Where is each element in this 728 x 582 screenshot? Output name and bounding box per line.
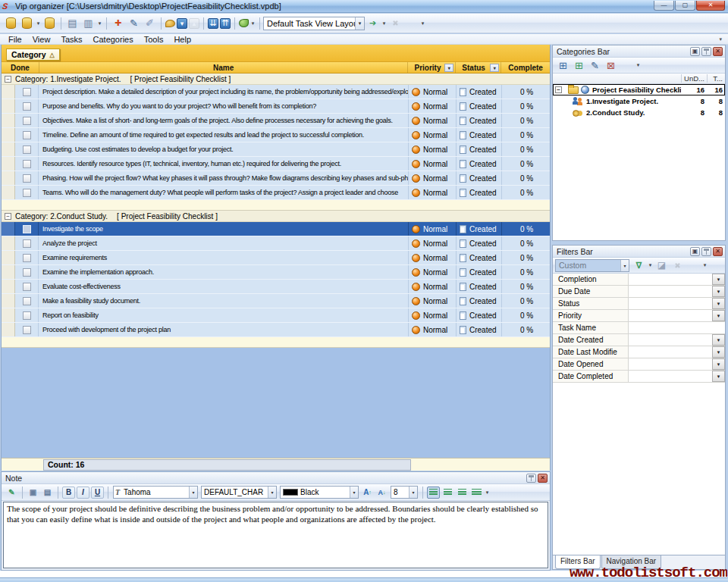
group-header[interactable]: Category: 2.Conduct Study.[ Project Feas…: [2, 211, 550, 222]
filter-field-dropdown-icon[interactable]: ▼: [712, 346, 725, 358]
priority-filter-dropdown-icon[interactable]: ▾: [444, 64, 453, 72]
filter-field-dropdown-icon[interactable]: ▼: [712, 334, 725, 346]
menu-item-categories[interactable]: Categories: [88, 35, 139, 44]
underline-button[interactable]: U: [91, 487, 104, 499]
clear-filter-icon[interactable]: [654, 258, 669, 272]
open-database-icon[interactable]: [20, 17, 34, 30]
column-header-done[interactable]: Done: [2, 62, 39, 73]
task-row[interactable]: Examine the implementation approach.Norm…: [2, 265, 550, 280]
filters-overflow-icon[interactable]: [686, 258, 701, 272]
expand-all-icon[interactable]: [208, 18, 218, 29]
filter-field-value[interactable]: [629, 346, 712, 358]
filter-field-dropdown-icon[interactable]: ▼: [712, 371, 725, 382]
task-checkbox[interactable]: [23, 326, 31, 334]
edit-category-icon[interactable]: [588, 58, 602, 72]
filter-field-dropdown-icon[interactable]: ▼: [712, 358, 725, 370]
task-row[interactable]: Examine requirementsNormalCreated0 %: [2, 251, 550, 265]
copy-note-icon[interactable]: ▣: [27, 487, 39, 499]
task-row[interactable]: Proceed with development of the project …: [2, 323, 550, 337]
filter-field-value[interactable]: [629, 298, 712, 309]
task-row[interactable]: Timeline. Define an amount of time requi…: [2, 128, 550, 142]
categories-overflow-icon[interactable]: [620, 58, 634, 72]
delete-task-icon[interactable]: [143, 17, 157, 30]
task-checkbox[interactable]: [23, 189, 31, 197]
edit-note-icon[interactable]: ✎: [5, 487, 18, 499]
task-row[interactable]: Evaluate cost-effectivenessNormalCreated…: [2, 280, 550, 294]
task-row[interactable]: Phasing. How will the project flow? What…: [2, 171, 550, 186]
maximize-button[interactable]: ▢: [675, 1, 695, 11]
toolbar-overflow-icon[interactable]: [404, 17, 419, 30]
align-right-icon[interactable]: [456, 487, 469, 499]
view-layout-dropdown-icon[interactable]: [249, 20, 256, 27]
task-checkbox[interactable]: [23, 117, 31, 125]
task-row[interactable]: Purpose and benefits. Why do you want to…: [2, 99, 550, 114]
filter-field-value[interactable]: [629, 286, 712, 297]
pin-panel-icon[interactable]: [526, 474, 536, 483]
font-size-combo[interactable]: 8 ▾: [391, 486, 418, 499]
filter-field-value[interactable]: [629, 310, 712, 321]
collapse-all-icon[interactable]: [220, 18, 231, 29]
char-style-combo[interactable]: DEFAULT_CHAR ▾: [201, 486, 277, 499]
task-checkbox[interactable]: [23, 283, 31, 291]
task-row[interactable]: Budgeting. Use cost estimates to develop…: [2, 142, 550, 157]
filter-field-value[interactable]: [629, 322, 725, 333]
close-panel-icon[interactable]: ✕: [538, 474, 548, 483]
task-row[interactable]: Project description. Make a detailed des…: [2, 85, 550, 99]
pin-panel-icon[interactable]: [701, 247, 711, 256]
status-filter-dropdown-icon[interactable]: ▾: [490, 64, 499, 72]
menu-overflow-icon[interactable]: ▾: [719, 36, 722, 42]
task-checkbox[interactable]: [23, 88, 31, 96]
remove-filter-icon[interactable]: [670, 258, 685, 272]
chevron-down-icon[interactable]: ▾: [189, 487, 197, 498]
task-checkbox[interactable]: [23, 160, 31, 168]
close-button[interactable]: ✕: [696, 1, 725, 11]
bullet-list-icon[interactable]: [470, 487, 483, 499]
minimize-button[interactable]: —: [654, 1, 674, 11]
task-row[interactable]: Report on feasibilityNormalCreated0 %: [2, 308, 550, 323]
task-row[interactable]: Objectives. Make a list of short- and lo…: [2, 114, 550, 128]
filter-field-dropdown-icon[interactable]: ▼: [712, 274, 725, 285]
align-center-icon[interactable]: [441, 487, 454, 499]
task-checkbox[interactable]: [23, 254, 31, 262]
pin-panel-icon[interactable]: [701, 47, 711, 56]
column-header-name[interactable]: Name: [39, 62, 408, 73]
apply-layout-dropdown-icon[interactable]: [381, 20, 388, 27]
task-checkbox[interactable]: [23, 174, 31, 183]
column-header-undone[interactable]: UnD...: [681, 74, 707, 83]
menu-item-help[interactable]: Help: [168, 35, 196, 44]
note-toolbar-overflow-icon[interactable]: [484, 490, 491, 496]
bold-button[interactable]: B: [62, 487, 75, 499]
add-category-icon[interactable]: [556, 58, 570, 72]
remove-layout-icon[interactable]: [388, 17, 403, 30]
apply-filter-icon[interactable]: [632, 258, 646, 272]
filter-field-dropdown-icon[interactable]: ▼: [712, 310, 725, 321]
filter-preset-combo[interactable]: Custom ▾: [555, 259, 629, 272]
filter-field-value[interactable]: [629, 274, 712, 285]
column-header-priority[interactable]: Priority ▾: [407, 62, 455, 73]
filter-field-value[interactable]: [629, 334, 712, 346]
task-row[interactable]: Resources. Identify resource types (IT, …: [2, 157, 550, 171]
view-layout-icon[interactable]: [239, 19, 249, 27]
task-checkbox[interactable]: [23, 239, 31, 248]
group-header[interactable]: Category: 1.Investigate Project.[ Projec…: [2, 74, 550, 85]
new-database-icon[interactable]: [4, 17, 18, 30]
uncomplete-tasks-icon[interactable]: [189, 18, 199, 29]
task-checkbox[interactable]: [23, 311, 31, 320]
increase-font-icon[interactable]: [361, 487, 374, 499]
font-family-combo[interactable]: T Tahoma ▾: [113, 486, 198, 499]
note-text-area[interactable]: The scope of your project should be defi…: [3, 502, 548, 568]
task-row[interactable]: Investigate the scopeNormalCreated0 %: [2, 222, 550, 236]
align-left-icon[interactable]: [427, 487, 440, 499]
category-tree-item[interactable]: 2.Conduct Study.88: [553, 107, 725, 118]
task-view-layout-combo[interactable]: Default Task View Layout ▾: [263, 17, 365, 30]
column-header-status[interactable]: Status ▾: [455, 62, 500, 73]
font-color-combo[interactable]: Black ▾: [280, 486, 359, 499]
add-subcategory-icon[interactable]: [572, 58, 586, 72]
chevron-down-icon[interactable]: ▾: [620, 260, 629, 271]
decrease-font-icon[interactable]: [375, 487, 388, 499]
task-checkbox[interactable]: [23, 102, 31, 111]
collapse-group-icon[interactable]: [5, 213, 11, 220]
menu-item-tasks[interactable]: Tasks: [55, 35, 87, 44]
column-header-complete[interactable]: Complete: [500, 62, 550, 73]
task-row[interactable]: Analyze the projectNormalCreated0 %: [2, 236, 550, 251]
